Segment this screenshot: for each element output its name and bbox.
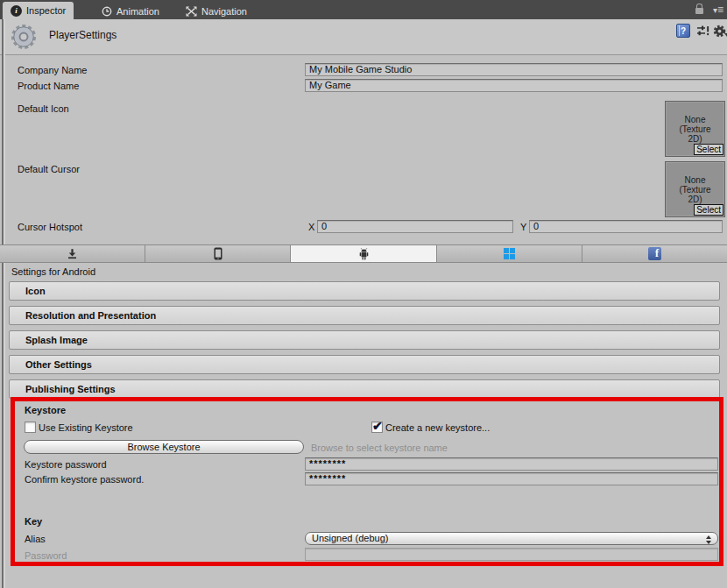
company-name-label: Company Name	[18, 65, 87, 75]
hotspot-y-input[interactable]: 0	[529, 220, 723, 233]
pane-menu-icon[interactable]: ▾≡	[713, 4, 723, 16]
keystore-heading: Keystore	[25, 405, 66, 415]
default-cursor-select-button[interactable]: Select	[694, 204, 723, 216]
section-other-settings[interactable]: Other Settings	[9, 355, 720, 374]
product-name-input[interactable]: My Game	[305, 79, 723, 92]
platform-tab-windows[interactable]	[437, 245, 582, 262]
product-name-label: Product Name	[18, 81, 79, 91]
navigation-move-icon	[186, 6, 197, 17]
alias-label: Alias	[25, 534, 46, 544]
default-cursor-texture-slot[interactable]: None (Texture 2D) Select	[665, 161, 725, 217]
updown-arrows-icon	[706, 535, 711, 544]
browse-keystore-hint: Browse to select keystore name	[311, 443, 448, 453]
hotspot-x-input[interactable]: 0	[317, 220, 513, 233]
platform-tab-android[interactable]	[291, 245, 436, 262]
tab-animation[interactable]: Animation	[94, 3, 167, 19]
windows-logo-icon	[504, 248, 515, 259]
info-icon: i	[11, 5, 22, 17]
section-resolution-and-presentation[interactable]: Resolution and Presentation	[9, 306, 720, 325]
hotspot-x-label: X	[308, 222, 314, 232]
default-icon-none-text: None (Texture 2D)	[679, 115, 710, 144]
page-title: PlayerSettings	[49, 29, 116, 41]
inspector-window: i Inspector Animation Navigation ▾≡	[0, 0, 727, 588]
panel-edge-highlight	[4, 19, 5, 588]
presets-icon[interactable]	[696, 25, 709, 39]
browse-keystore-button[interactable]: Browse Keystore	[24, 440, 304, 454]
section-publishing-settings[interactable]: Publishing Settings	[9, 379, 720, 399]
company-name-input[interactable]: My Mobile Game Studio	[305, 63, 723, 76]
keystore-password-label: Keystore password	[25, 459, 107, 470]
tab-animation-label: Animation	[116, 6, 159, 17]
section-splash-image[interactable]: Splash Image	[9, 330, 720, 350]
alias-dropdown[interactable]: Unsigned (debug)	[305, 532, 718, 545]
standalone-download-icon	[67, 248, 78, 259]
create-new-keystore-label: Create a new keystore...	[385, 422, 490, 433]
settings-for-platform-title: Settings for Android	[11, 266, 95, 277]
alias-selected-value: Unsigned (debug)	[312, 533, 388, 543]
help-icon[interactable]: ?	[676, 24, 690, 38]
android-robot-icon	[358, 248, 370, 260]
key-password-label: Password	[25, 550, 67, 561]
key-heading: Key	[25, 516, 42, 527]
hotspot-y-label: Y	[520, 222, 526, 232]
gear-menu-icon[interactable]	[713, 25, 726, 38]
use-existing-keystore-checkbox[interactable]	[25, 422, 36, 433]
keystore-password-input[interactable]: ********	[305, 457, 718, 471]
default-cursor-none-text: None (Texture 2D)	[679, 175, 710, 204]
platform-tab-ios[interactable]	[145, 245, 291, 262]
use-existing-keystore-label: Use Existing Keystore	[39, 422, 133, 433]
clock-icon	[102, 6, 112, 17]
section-icon[interactable]: Icon	[9, 281, 720, 301]
facebook-logo-icon: f	[648, 247, 661, 260]
platform-tab-bar: f	[0, 244, 727, 263]
tab-inspector[interactable]: i Inspector	[3, 2, 74, 19]
confirm-keystore-password-input[interactable]: ********	[305, 472, 718, 485]
player-settings-gear-icon	[11, 24, 37, 50]
window-tab-bar: i Inspector Animation Navigation ▾≡	[0, 0, 727, 19]
default-icon-label: Default Icon	[18, 103, 69, 114]
default-icon-texture-slot[interactable]: None (Texture 2D) Select	[665, 101, 725, 157]
inspector-header: PlayerSettings ?	[0, 19, 727, 55]
ios-smartphone-icon	[214, 247, 222, 260]
confirm-keystore-password-label: Confirm keystore password.	[25, 474, 144, 485]
create-new-keystore-checkbox[interactable]	[371, 422, 383, 433]
lock-icon[interactable]	[695, 8, 703, 14]
key-password-input[interactable]	[305, 548, 718, 561]
tab-navigation-label: Navigation	[201, 6, 247, 17]
default-icon-select-button[interactable]: Select	[694, 144, 723, 155]
tab-navigation[interactable]: Navigation	[178, 3, 255, 19]
default-cursor-label: Default Cursor	[18, 164, 80, 174]
platform-tab-facebook[interactable]: f	[582, 245, 727, 262]
platform-tab-standalone[interactable]	[0, 245, 145, 262]
cursor-hotspot-label: Cursor Hotspot	[18, 222, 82, 232]
tab-inspector-label: Inspector	[26, 5, 66, 16]
